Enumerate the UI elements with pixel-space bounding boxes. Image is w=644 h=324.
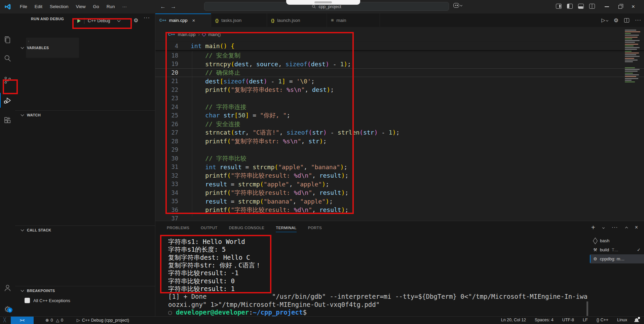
code-line-37[interactable]: 37 (155, 214, 644, 221)
terminal-prompt[interactable]: ○ developer@developer:~/cpp_project$ (168, 309, 587, 316)
problems-status[interactable]: ⊗ 0 △ 0 (45, 318, 63, 323)
code-line-27[interactable]: 27 strncat(str, "C语言!", sizeof(str) - st… (155, 129, 644, 137)
breadcrumb[interactable]: C++ main.cpp › main() (168, 32, 221, 37)
sidebar-item-run-debug[interactable] (0, 93, 15, 107)
code-line-32[interactable]: 32 printf("字符串比较result: %d\n", result); (155, 171, 644, 180)
status-item-linux[interactable]: Linux (617, 318, 627, 322)
toggle-panel-icon[interactable] (578, 4, 584, 9)
tab-launch-json[interactable]: {}launch.json (267, 13, 327, 27)
menu-item-edit[interactable]: Edit (31, 0, 46, 13)
sidebar-item-source-control[interactable] (0, 73, 15, 87)
breakpoint-row[interactable]: All C++ Exceptions (25, 298, 70, 303)
code-line-31[interactable]: 31 int result = strcmp("apple", "banana"… (155, 163, 644, 172)
code-line-35[interactable]: 35 result = strcmp("banana", "apple"); (155, 197, 644, 206)
accounts-button[interactable] (0, 281, 15, 295)
code-line-30[interactable]: 30 // 字符串比较 (155, 154, 644, 163)
breadcrumb-symbol[interactable]: main() (208, 32, 221, 37)
section-header-breakpoints[interactable]: BREAKPOINTS (21, 289, 55, 293)
code-line-24[interactable]: 24 // 字符串连接 (155, 103, 644, 111)
code-editor[interactable]: C++ main.cpp › main() 4int main() { 18 /… (155, 27, 644, 221)
sticky-scroll-line[interactable]: 4int main() { (155, 42, 644, 50)
sidebar-item-explorer[interactable] (0, 33, 15, 47)
menu-item-run[interactable]: Run (103, 0, 119, 13)
toggle-sidebar-icon[interactable] (567, 4, 573, 9)
remote-indicator[interactable]: >< (11, 317, 34, 324)
tab-main-cpp[interactable]: C++main.cpp× (155, 13, 211, 27)
code-token: // 字符串连接 (205, 103, 247, 110)
manage-button[interactable]: ⚙ 1 (0, 302, 15, 316)
more-actions-icon[interactable]: ··· (635, 17, 641, 23)
terminal-instance-bash[interactable]: bash (590, 236, 644, 245)
debug-config-picker[interactable]: C++ Debug (74, 16, 120, 25)
section-header-variables[interactable]: VARIABLES (21, 46, 49, 50)
notifications-bell[interactable] (634, 318, 639, 323)
close-button[interactable]: × (632, 3, 635, 10)
code-line-23[interactable]: 23 (155, 94, 644, 103)
new-terminal-button[interactable]: + (591, 224, 595, 231)
debug-session-status[interactable]: ▷ C++ Debug (cpp_project) (77, 318, 129, 323)
code-line-36[interactable]: 36 printf("字符串比较result: %d\n", result); (155, 206, 644, 214)
maximize-panel-icon[interactable] (625, 226, 628, 229)
panel-tab-terminal[interactable]: TERMINAL (276, 221, 296, 235)
terminal-scrollbar[interactable] (586, 301, 588, 316)
minimize-button[interactable] (605, 6, 609, 7)
close-tab-icon[interactable]: × (192, 17, 195, 23)
run-cpp-file-button[interactable]: ▷ (601, 17, 608, 23)
terminal-output[interactable]: 字符串s1: Hello World字符串s1的长度: 5复制字符串dest: … (168, 238, 587, 316)
code-line-34[interactable]: 34 printf("字符串比较result: %d\n", result); (155, 188, 644, 197)
toggle-secondary-sidebar-icon[interactable] (589, 4, 595, 9)
code-line-20[interactable]: 20 // 确保终止 (155, 68, 644, 77)
status-item-spaces4[interactable]: Spaces: 4 (535, 318, 554, 322)
restore-button[interactable] (618, 5, 622, 9)
breakpoint-checkbox[interactable] (25, 298, 30, 303)
panel-tab-problems[interactable]: PROBLEMS (167, 221, 189, 235)
status-item-utf8[interactable]: UTF-8 (562, 318, 574, 322)
code-line-22[interactable]: 22 printf("复制字符串dest: %s\n", dest); (155, 85, 644, 94)
start-debug-icon[interactable] (77, 19, 81, 23)
close-panel-icon[interactable]: × (635, 224, 638, 230)
code-line-33[interactable]: 33 result = strcmp("apple", "apple"); (155, 180, 644, 189)
panel-tab-output[interactable]: OUTPUT (201, 221, 218, 235)
breadcrumb-file[interactable]: main.cpp (178, 32, 196, 37)
menu-item-[interactable]: ··· (118, 0, 130, 13)
forward-arrow-button[interactable]: → (171, 3, 176, 10)
menu-item-go[interactable]: Go (89, 0, 103, 13)
debug-settings-gear-icon[interactable]: ⚙ (134, 17, 138, 24)
terminal-instance-build[interactable]: ⚒buildT…✓ (590, 245, 644, 254)
code-line-18[interactable]: 18 // 安全复制 (155, 51, 644, 60)
split-editor-icon[interactable] (624, 18, 629, 23)
chevron-down-icon (21, 228, 24, 231)
menu-item-file[interactable]: File (16, 0, 31, 13)
debug-views-more-icon[interactable]: ··· (144, 15, 150, 21)
code-line-28[interactable]: 28 printf("复制字符串str: %s\n", str); (155, 137, 644, 146)
code-line-21[interactable]: 21 dest[sizeof(dest) - 1] = '\0'; (155, 77, 644, 86)
gear-icon[interactable]: ⚙ (614, 17, 618, 24)
section-header-call-stack[interactable]: CALL STACK (21, 228, 51, 232)
back-arrow-button[interactable]: ← (160, 3, 166, 10)
status-item-ln20col12[interactable]: Ln 20, Col 12 (501, 318, 526, 322)
sidebar-item-extensions[interactable] (0, 113, 15, 127)
code-line-4[interactable]: 4int main() { (155, 42, 234, 50)
code-token: str (363, 129, 374, 136)
copilot-button[interactable] (453, 3, 462, 8)
terminal-dropdown-icon[interactable] (602, 226, 605, 228)
sidebar-item-search[interactable] (0, 51, 15, 65)
terminal-instance-cppdbgm[interactable]: ⚙cppdbg: m… (590, 254, 644, 263)
minimap[interactable] (624, 28, 643, 217)
menu-item-view[interactable]: View (72, 0, 89, 13)
status-item-c[interactable]: {} C++ (597, 318, 608, 322)
panel-tab-debug-console[interactable]: DEBUG CONSOLE (229, 221, 265, 235)
panel-more-icon[interactable]: ··· (612, 224, 618, 230)
status-item-lf[interactable]: LF (583, 318, 588, 322)
section-header-watch[interactable]: WATCH (21, 113, 41, 117)
code-line-25[interactable]: 25 char str[50] = "你好, "; (155, 111, 644, 120)
panel-tab-ports[interactable]: PORTS (308, 221, 322, 235)
customize-layout-icon[interactable] (556, 4, 562, 9)
code-line-29[interactable]: 29 (155, 146, 644, 154)
menu-item-selection[interactable]: Selection (46, 0, 72, 13)
code-line-26[interactable]: 26 // 安全连接 (155, 120, 644, 129)
code-line-19[interactable]: 19 strncpy(dest, source, sizeof(dest) - … (155, 60, 644, 69)
code-token: " (308, 206, 312, 213)
tab-main[interactable]: ≡main (327, 13, 380, 27)
tab-tasks-json[interactable]: {}tasks.json (211, 13, 267, 27)
